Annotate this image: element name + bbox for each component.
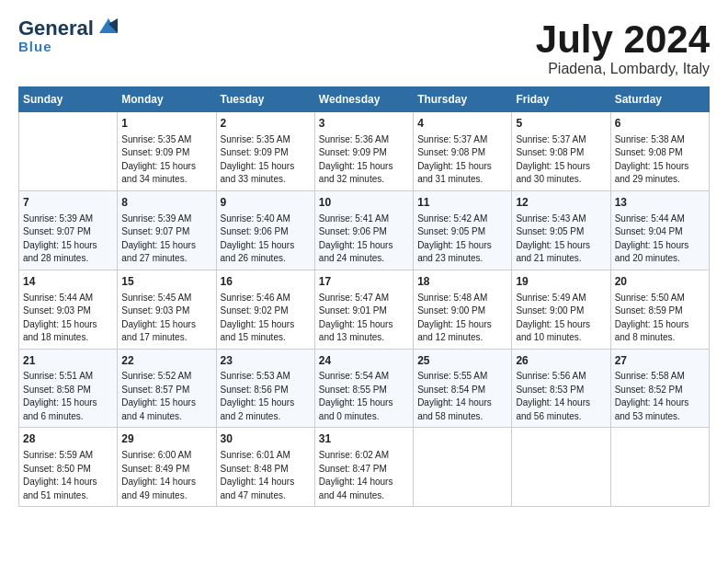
col-tuesday: Tuesday	[216, 87, 314, 112]
day-info: Sunrise: 5:40 AM Sunset: 9:06 PM Dayligh…	[221, 213, 311, 266]
day-info: Sunrise: 5:46 AM Sunset: 9:02 PM Dayligh…	[221, 292, 311, 345]
calendar-container: General Blue July 2024 Piadena, Lombardy…	[0, 0, 728, 516]
day-number: 7	[23, 195, 113, 211]
day-number: 27	[615, 353, 705, 369]
day-info: Sunrise: 5:36 AM Sunset: 9:09 PM Dayligh…	[319, 133, 409, 187]
logo: General Blue	[18, 18, 121, 54]
day-number: 23	[221, 353, 311, 369]
calendar-cell: 17Sunrise: 5:47 AM Sunset: 9:01 PM Dayli…	[314, 270, 413, 349]
calendar-cell: 24Sunrise: 5:54 AM Sunset: 8:55 PM Dayli…	[314, 349, 413, 428]
calendar-cell: 26Sunrise: 5:56 AM Sunset: 8:53 PM Dayli…	[512, 349, 610, 428]
calendar-cell: 12Sunrise: 5:43 AM Sunset: 9:05 PM Dayli…	[512, 190, 610, 270]
day-number: 30	[221, 431, 311, 447]
logo-general: General	[18, 18, 94, 39]
col-saturday: Saturday	[610, 87, 709, 112]
day-info: Sunrise: 5:48 AM Sunset: 9:00 PM Dayligh…	[417, 292, 507, 345]
day-info: Sunrise: 5:37 AM Sunset: 9:08 PM Dayligh…	[417, 133, 507, 187]
week-row-2: 14Sunrise: 5:44 AM Sunset: 9:03 PM Dayli…	[19, 270, 710, 349]
calendar-cell: 4Sunrise: 5:37 AM Sunset: 9:08 PM Daylig…	[414, 112, 512, 191]
calendar-cell: 11Sunrise: 5:42 AM Sunset: 9:05 PM Dayli…	[414, 190, 512, 270]
day-info: Sunrise: 5:55 AM Sunset: 8:54 PM Dayligh…	[417, 370, 507, 423]
day-number: 4	[417, 116, 507, 132]
header: General Blue July 2024 Piadena, Lombardy…	[18, 18, 710, 77]
day-info: Sunrise: 5:39 AM Sunset: 9:07 PM Dayligh…	[121, 213, 211, 266]
week-row-3: 21Sunrise: 5:51 AM Sunset: 8:58 PM Dayli…	[19, 349, 710, 428]
logo-blue: Blue	[18, 39, 52, 54]
day-info: Sunrise: 6:01 AM Sunset: 8:48 PM Dayligh…	[221, 449, 311, 502]
title-block: July 2024 Piadena, Lombardy, Italy	[536, 18, 710, 77]
day-info: Sunrise: 5:35 AM Sunset: 9:09 PM Dayligh…	[221, 133, 311, 187]
day-number: 8	[121, 195, 211, 211]
day-info: Sunrise: 5:54 AM Sunset: 8:55 PM Dayligh…	[319, 370, 409, 423]
week-row-4: 28Sunrise: 5:59 AM Sunset: 8:50 PM Dayli…	[19, 428, 710, 507]
col-wednesday: Wednesday	[314, 87, 413, 112]
calendar-cell: 19Sunrise: 5:49 AM Sunset: 9:00 PM Dayli…	[512, 270, 610, 349]
day-info: Sunrise: 5:58 AM Sunset: 8:52 PM Dayligh…	[615, 370, 705, 423]
day-number: 2	[221, 116, 311, 132]
day-number: 16	[221, 274, 311, 290]
day-info: Sunrise: 5:44 AM Sunset: 9:04 PM Dayligh…	[615, 213, 705, 266]
day-info: Sunrise: 5:45 AM Sunset: 9:03 PM Dayligh…	[121, 292, 211, 345]
calendar-cell: 31Sunrise: 6:02 AM Sunset: 8:47 PM Dayli…	[314, 428, 413, 507]
day-info: Sunrise: 6:02 AM Sunset: 8:47 PM Dayligh…	[319, 449, 409, 502]
day-number: 9	[221, 195, 311, 211]
day-info: Sunrise: 5:52 AM Sunset: 8:57 PM Dayligh…	[121, 370, 211, 423]
day-number: 13	[615, 195, 705, 211]
day-number: 17	[319, 274, 409, 290]
calendar-cell	[512, 428, 610, 507]
day-number: 24	[319, 353, 409, 369]
day-info: Sunrise: 5:59 AM Sunset: 8:50 PM Dayligh…	[23, 449, 113, 502]
day-number: 29	[121, 431, 211, 447]
col-sunday: Sunday	[19, 87, 118, 112]
col-thursday: Thursday	[414, 87, 512, 112]
calendar-cell: 20Sunrise: 5:50 AM Sunset: 8:59 PM Dayli…	[610, 270, 709, 349]
day-number: 18	[417, 274, 507, 290]
day-number: 6	[615, 116, 705, 132]
calendar-table: Sunday Monday Tuesday Wednesday Thursday…	[18, 86, 710, 507]
calendar-cell: 16Sunrise: 5:46 AM Sunset: 9:02 PM Dayli…	[216, 270, 314, 349]
calendar-cell: 25Sunrise: 5:55 AM Sunset: 8:54 PM Dayli…	[414, 349, 512, 428]
day-info: Sunrise: 5:50 AM Sunset: 8:59 PM Dayligh…	[615, 292, 705, 345]
day-number: 22	[121, 353, 211, 369]
day-number: 28	[23, 431, 113, 447]
month-title: July 2024	[536, 18, 710, 61]
day-number: 31	[319, 431, 409, 447]
day-number: 14	[23, 274, 113, 290]
header-row: Sunday Monday Tuesday Wednesday Thursday…	[19, 87, 710, 112]
day-number: 10	[319, 195, 409, 211]
calendar-cell	[610, 428, 709, 507]
calendar-cell: 22Sunrise: 5:52 AM Sunset: 8:57 PM Dayli…	[118, 349, 216, 428]
day-number: 12	[516, 195, 606, 211]
day-info: Sunrise: 6:00 AM Sunset: 8:49 PM Dayligh…	[121, 449, 211, 502]
calendar-cell: 18Sunrise: 5:48 AM Sunset: 9:00 PM Dayli…	[414, 270, 512, 349]
calendar-cell: 1Sunrise: 5:35 AM Sunset: 9:09 PM Daylig…	[118, 112, 216, 191]
day-info: Sunrise: 5:43 AM Sunset: 9:05 PM Dayligh…	[516, 213, 606, 266]
logo-arrow-icon	[96, 17, 121, 37]
calendar-cell: 13Sunrise: 5:44 AM Sunset: 9:04 PM Dayli…	[610, 190, 709, 270]
day-info: Sunrise: 5:51 AM Sunset: 8:58 PM Dayligh…	[23, 370, 113, 423]
day-number: 19	[516, 274, 606, 290]
calendar-cell: 14Sunrise: 5:44 AM Sunset: 9:03 PM Dayli…	[19, 270, 118, 349]
location: Piadena, Lombardy, Italy	[536, 61, 710, 77]
day-info: Sunrise: 5:56 AM Sunset: 8:53 PM Dayligh…	[516, 370, 606, 423]
day-number: 20	[615, 274, 705, 290]
calendar-cell: 6Sunrise: 5:38 AM Sunset: 9:08 PM Daylig…	[610, 112, 709, 191]
day-info: Sunrise: 5:47 AM Sunset: 9:01 PM Dayligh…	[319, 292, 409, 345]
calendar-cell: 3Sunrise: 5:36 AM Sunset: 9:09 PM Daylig…	[314, 112, 413, 191]
week-row-0: 1Sunrise: 5:35 AM Sunset: 9:09 PM Daylig…	[19, 112, 710, 191]
day-number: 15	[121, 274, 211, 290]
day-info: Sunrise: 5:35 AM Sunset: 9:09 PM Dayligh…	[121, 133, 211, 187]
calendar-cell: 28Sunrise: 5:59 AM Sunset: 8:50 PM Dayli…	[19, 428, 118, 507]
calendar-cell: 8Sunrise: 5:39 AM Sunset: 9:07 PM Daylig…	[118, 190, 216, 270]
calendar-cell: 30Sunrise: 6:01 AM Sunset: 8:48 PM Dayli…	[216, 428, 314, 507]
calendar-cell	[414, 428, 512, 507]
calendar-cell: 7Sunrise: 5:39 AM Sunset: 9:07 PM Daylig…	[19, 190, 118, 270]
calendar-cell: 27Sunrise: 5:58 AM Sunset: 8:52 PM Dayli…	[610, 349, 709, 428]
calendar-cell: 21Sunrise: 5:51 AM Sunset: 8:58 PM Dayli…	[19, 349, 118, 428]
day-number: 25	[417, 353, 507, 369]
col-monday: Monday	[118, 87, 216, 112]
day-info: Sunrise: 5:49 AM Sunset: 9:00 PM Dayligh…	[516, 292, 606, 345]
day-number: 1	[121, 116, 211, 132]
day-number: 11	[417, 195, 507, 211]
calendar-cell: 23Sunrise: 5:53 AM Sunset: 8:56 PM Dayli…	[216, 349, 314, 428]
